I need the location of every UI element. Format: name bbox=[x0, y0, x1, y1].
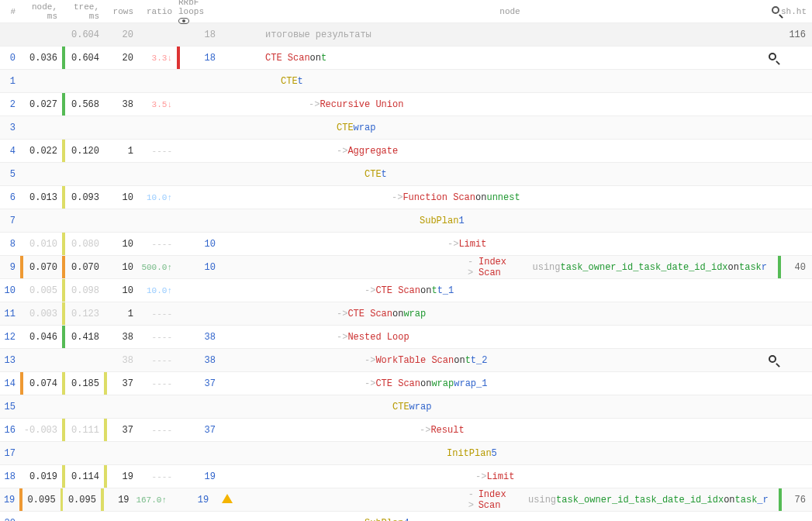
plan-row-14[interactable]: 140.0740.18537----37-> CTE Scan on wrap … bbox=[0, 372, 812, 395]
sum-label: итоговые результаты bbox=[265, 29, 371, 40]
ratio-val: ---- bbox=[138, 309, 177, 319]
plan-row-2[interactable]: 20.0270.568383.5↓-> Recursive Union bbox=[0, 93, 812, 116]
plan-row-9[interactable]: 90.0700.07010500.0↑10-> Index Scan using… bbox=[0, 256, 812, 279]
plan-row-8[interactable]: 80.0100.08010----10-> Limit bbox=[0, 233, 812, 256]
node-text: -> Index Scan using task_owner_id_task_d… bbox=[242, 489, 769, 511]
tree-bar bbox=[62, 209, 65, 232]
sh-bar bbox=[778, 326, 781, 348]
summary-row: 0.604 20 18 итоговые результаты 116 bbox=[0, 23, 812, 47]
ratio-bar bbox=[177, 116, 180, 139]
plan-row-19[interactable]: 190.0950.09519167.0↑19-> Index Scan usin… bbox=[0, 488, 812, 512]
plan-row-11[interactable]: 110.0030.1231-----> CTE Scan on wrap bbox=[0, 302, 812, 326]
loops-val: 38 bbox=[180, 332, 219, 343]
hdr-node[interactable]: node, ms bbox=[20, 2, 62, 21]
eye-icon[interactable] bbox=[178, 18, 189, 24]
hdr-main[interactable]: node bbox=[250, 7, 770, 16]
plan-row-4[interactable]: 40.0220.1201-----> Aggregate bbox=[0, 140, 812, 163]
sh-bar bbox=[778, 140, 781, 162]
node-text: -> Function Scan on unnest bbox=[250, 192, 767, 203]
plan-row-18[interactable]: 180.0190.11419----19-> Limit bbox=[0, 465, 812, 488]
plan-row-15[interactable]: 15CTE wrap bbox=[0, 395, 812, 419]
plan-row-13[interactable]: 1338----38-> WorkTable Scan on t t_2 bbox=[0, 349, 812, 372]
node-text: CTE wrap bbox=[250, 402, 767, 412]
row-idx: 8 bbox=[0, 239, 20, 250]
node-ms: 0.027 bbox=[23, 99, 62, 110]
node-text: CTE Scan on t bbox=[250, 53, 767, 64]
plan-row-6[interactable]: 60.0130.0931010.0↑-> Function Scan on un… bbox=[0, 186, 812, 209]
search-icon[interactable] bbox=[770, 6, 781, 16]
plan-row-16[interactable]: 16-0.0030.11137----37-> Result bbox=[0, 419, 812, 442]
node-bar bbox=[20, 349, 23, 371]
tree-ms: 0.095 bbox=[63, 495, 100, 505]
plan-row-5[interactable]: 5CTE t bbox=[0, 163, 812, 186]
rows-bar bbox=[104, 395, 107, 418]
node-bar bbox=[20, 395, 23, 418]
node-text: -> CTE Scan on wrap bbox=[250, 309, 767, 319]
hdr-tree[interactable]: tree, ms bbox=[62, 2, 104, 21]
tree-ms: 0.070 bbox=[65, 262, 104, 273]
plan-row-3[interactable]: 3CTE wrap bbox=[0, 116, 812, 140]
plan-row-10[interactable]: 100.0050.0981010.0↑-> CTE Scan on t t_1 bbox=[0, 279, 812, 302]
warning-icon[interactable] bbox=[222, 494, 233, 503]
sh-bar bbox=[778, 116, 781, 139]
hdr-ratio[interactable]: ratio bbox=[138, 7, 177, 16]
plan-row-20[interactable]: 20SubPlan 4 bbox=[0, 512, 812, 521]
ratio-val: ---- bbox=[138, 333, 177, 342]
warn-cell bbox=[212, 494, 242, 506]
row-idx: 3 bbox=[0, 122, 20, 133]
rows-val: 38 bbox=[107, 355, 138, 366]
node-text: -> Aggregate bbox=[250, 146, 767, 157]
hdr-idx[interactable]: # bbox=[0, 7, 20, 16]
plan-row-7[interactable]: 7SubPlan 1 bbox=[0, 209, 812, 233]
magnify-icon[interactable] bbox=[769, 355, 776, 363]
node-ms: 0.074 bbox=[23, 378, 62, 389]
sh-bar bbox=[778, 395, 781, 418]
row-idx: 14 bbox=[0, 378, 20, 389]
ratio-val: ---- bbox=[138, 379, 177, 388]
sum-tree: 0.604 bbox=[65, 29, 104, 40]
row-idx: 13 bbox=[0, 355, 20, 366]
rows-bar bbox=[104, 163, 107, 185]
ratio-val: 10.0↑ bbox=[138, 286, 177, 295]
rows-bar bbox=[104, 116, 107, 139]
sh-bar bbox=[778, 512, 781, 521]
row-idx: 20 bbox=[0, 518, 20, 522]
hdr-rows[interactable]: rows bbox=[104, 7, 138, 16]
row-search[interactable] bbox=[767, 53, 778, 64]
table-header: # node, ms tree, ms rows ratio RRbF loop… bbox=[0, 0, 812, 23]
magnify-icon[interactable] bbox=[769, 53, 776, 60]
plan-row-0[interactable]: 00.0360.604203.3↓18CTE Scan on t bbox=[0, 47, 812, 70]
sh-bar bbox=[778, 349, 781, 371]
ratio-val: 3.5↓ bbox=[138, 100, 177, 109]
plan-row-17[interactable]: 17InitPlan 5 bbox=[0, 442, 812, 465]
ratio-val: 3.3↓ bbox=[138, 53, 177, 63]
sh-bar bbox=[778, 419, 781, 441]
row-idx: 2 bbox=[0, 99, 20, 110]
hdr-sh[interactable]: sh.ht bbox=[781, 7, 812, 16]
tree-bar bbox=[62, 163, 65, 185]
sh-bar bbox=[778, 163, 781, 185]
ratio-val: 500.0↑ bbox=[138, 263, 177, 272]
plan-row-12[interactable]: 120.0460.41838----38-> Nested Loop bbox=[0, 326, 812, 349]
tree-bar bbox=[62, 349, 65, 371]
tree-ms: 0.120 bbox=[65, 146, 104, 157]
node-text: -> Index Scan using task_owner_id_task_d… bbox=[250, 257, 767, 278]
row-idx: 19 bbox=[0, 495, 19, 505]
row-idx: 18 bbox=[0, 471, 20, 482]
ratio-bar bbox=[177, 186, 180, 209]
plan-row-1[interactable]: 1CTE t bbox=[0, 70, 812, 93]
tree-ms: 0.098 bbox=[65, 285, 104, 296]
ratio-val: ---- bbox=[138, 356, 177, 365]
ratio-bar bbox=[177, 512, 180, 521]
rows-bar bbox=[104, 209, 107, 232]
node-bar bbox=[20, 209, 23, 232]
rows-val: 10 bbox=[107, 262, 138, 273]
sh-val: 40 bbox=[781, 262, 812, 273]
ratio-bar bbox=[177, 163, 180, 185]
loops-val: 19 bbox=[174, 495, 212, 505]
row-search[interactable] bbox=[767, 355, 778, 366]
node-ms: 0.005 bbox=[23, 285, 62, 296]
row-idx: 4 bbox=[0, 146, 20, 157]
hdr-loops[interactable]: RRbF loops bbox=[177, 0, 219, 26]
ratio-bar bbox=[177, 395, 180, 418]
